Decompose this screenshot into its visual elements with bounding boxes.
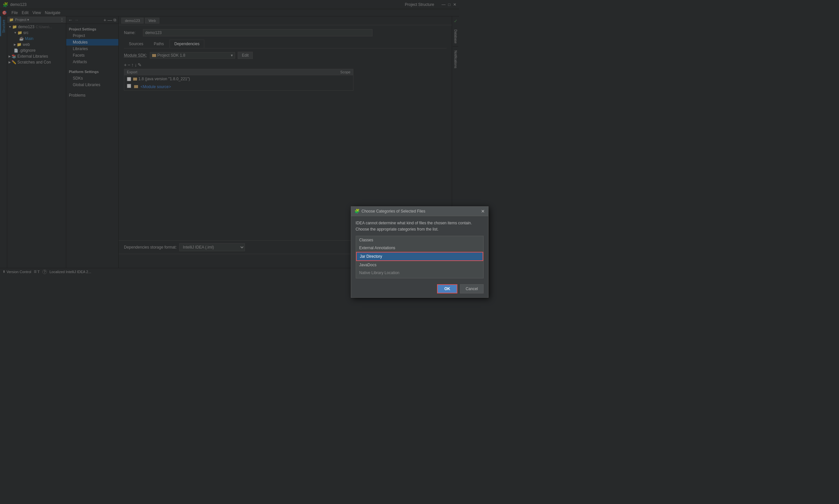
- list-item-jar-directory[interactable]: Jar Directory: [356, 252, 459, 261]
- modal-dialog: 🧩 Choose Categories of Selected Files ✕ …: [351, 206, 459, 275]
- list-item-classes[interactable]: Classes: [356, 236, 459, 244]
- list-item-javadocs[interactable]: JavaDocs: [356, 261, 459, 269]
- list-item-native-library[interactable]: Native Library Location: [356, 269, 459, 275]
- modal-title-bar: 🧩 Choose Categories of Selected Files ✕: [351, 206, 459, 216]
- modal-overlay: 🧩 Choose Categories of Selected Files ✕ …: [0, 0, 459, 275]
- list-item-external-annotations[interactable]: External Annotations: [356, 244, 459, 252]
- modal-icon: 🧩: [355, 209, 360, 214]
- modal-body: IDEA cannot determine what kind of files…: [351, 216, 459, 275]
- modal-title: Choose Categories of Selected Files: [362, 209, 459, 214]
- modal-list: Classes External Annotations Jar Directo…: [356, 236, 459, 275]
- modal-description: IDEA cannot determine what kind of files…: [356, 220, 459, 233]
- jar-directory-label: Jar Directory: [360, 254, 382, 259]
